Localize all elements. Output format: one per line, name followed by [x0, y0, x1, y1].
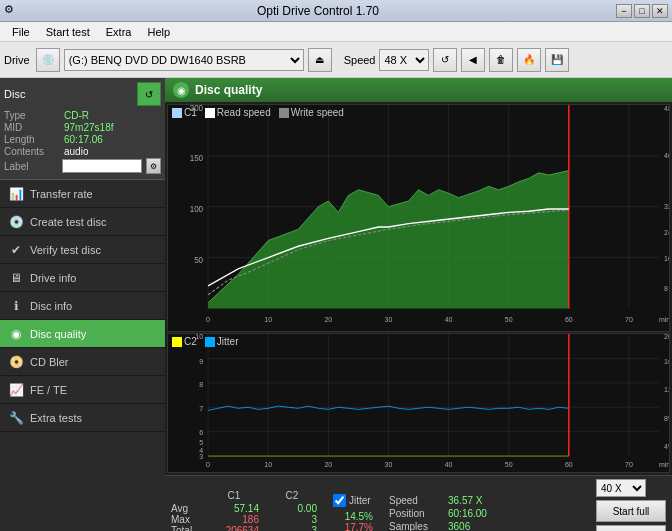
- svg-rect-33: [168, 334, 669, 472]
- svg-text:8 X: 8 X: [664, 284, 669, 294]
- svg-text:32 X: 32 X: [664, 202, 669, 212]
- total-c2: 3: [267, 525, 317, 531]
- sidebar-item-transfer-rate[interactable]: 📊 Transfer rate: [0, 180, 165, 208]
- speed-select[interactable]: 48 X: [379, 49, 429, 71]
- svg-text:0: 0: [206, 459, 210, 468]
- svg-text:20%: 20%: [664, 334, 669, 341]
- write-speed-legend-label: Write speed: [291, 107, 344, 118]
- c1-col-header: C1: [209, 490, 259, 501]
- close-button[interactable]: ✕: [652, 4, 668, 18]
- svg-text:7: 7: [199, 404, 203, 413]
- sidebar-item-label: Disc info: [30, 300, 72, 312]
- svg-text:4%: 4%: [664, 441, 669, 450]
- max-jitter: 17.7%: [333, 522, 373, 532]
- eject-button[interactable]: ⏏: [308, 48, 332, 72]
- drive-icon-button[interactable]: 💿: [36, 48, 60, 72]
- svg-text:8%: 8%: [664, 414, 669, 423]
- cd-bler-icon: 📀: [8, 354, 24, 370]
- max-label: Max: [171, 514, 201, 525]
- sidebar-item-disc-info[interactable]: ℹ Disc info: [0, 292, 165, 320]
- toolbar: Drive 💿 (G:) BENQ DVD DD DW1640 BSRB ⏏ S…: [0, 42, 672, 78]
- svg-text:6: 6: [199, 428, 203, 437]
- prev-button[interactable]: ◀: [461, 48, 485, 72]
- length-label: Length: [4, 134, 64, 145]
- svg-text:12%: 12%: [664, 385, 669, 394]
- app-title: Opti Drive Control 1.70: [20, 4, 616, 18]
- disc-header-label: Disc: [4, 88, 25, 100]
- svg-text:70: 70: [625, 315, 633, 325]
- menu-file[interactable]: File: [4, 24, 38, 40]
- contents-value: audio: [64, 146, 88, 157]
- sidebar-item-create-test-disc[interactable]: 💿 Create test disc: [0, 208, 165, 236]
- svg-text:20: 20: [324, 315, 332, 325]
- svg-text:10: 10: [264, 315, 272, 325]
- avg-c2: 0.00: [267, 503, 317, 514]
- title-bar: ⚙ Opti Drive Control 1.70 − □ ✕: [0, 0, 672, 22]
- chart-top-legend: C1 Read speed Write speed: [172, 107, 344, 118]
- read-speed-legend-box: [205, 108, 215, 118]
- svg-text:3: 3: [199, 452, 203, 461]
- minimize-button[interactable]: −: [616, 4, 632, 18]
- label-input[interactable]: [62, 159, 142, 173]
- sidebar-item-fe-te[interactable]: 📈 FE / TE: [0, 376, 165, 404]
- sidebar: Disc ↺ Type CD-R MID 97m27s18f Length 60…: [0, 78, 165, 531]
- label-label: Label: [4, 161, 58, 172]
- mid-value: 97m27s18f: [64, 122, 113, 133]
- erase-button[interactable]: 🗑: [489, 48, 513, 72]
- c2-legend-label: C2: [184, 336, 197, 347]
- svg-text:60: 60: [565, 315, 573, 325]
- drive-select[interactable]: (G:) BENQ DVD DD DW1640 BSRB: [64, 49, 304, 71]
- svg-text:50: 50: [194, 255, 203, 266]
- sidebar-item-label: Transfer rate: [30, 188, 93, 200]
- maximize-button[interactable]: □: [634, 4, 650, 18]
- menu-bar: File Start test Extra Help: [0, 22, 672, 42]
- type-label: Type: [4, 110, 64, 121]
- menu-help[interactable]: Help: [139, 24, 178, 40]
- sidebar-item-drive-info[interactable]: 🖥 Drive info: [0, 264, 165, 292]
- refresh-button[interactable]: ↺: [433, 48, 457, 72]
- total-label: Total: [171, 525, 201, 531]
- burn-button[interactable]: 🔥: [517, 48, 541, 72]
- jitter-label: Jitter: [349, 495, 371, 506]
- save-button[interactable]: 💾: [545, 48, 569, 72]
- svg-text:30: 30: [385, 315, 393, 325]
- menu-start-test[interactable]: Start test: [38, 24, 98, 40]
- svg-text:48 X: 48 X: [664, 105, 669, 113]
- stats-bar: C1 C2 Avg 57.14 0.00 Max 186 3 Total 206…: [165, 475, 672, 531]
- sidebar-item-disc-quality[interactable]: ◉ Disc quality: [0, 320, 165, 348]
- svg-text:min: min: [659, 459, 669, 468]
- length-value: 60:17.06: [64, 134, 103, 145]
- svg-text:8: 8: [199, 380, 203, 389]
- write-speed-legend-box: [279, 108, 289, 118]
- svg-text:150: 150: [190, 153, 204, 164]
- avg-c1: 57.14: [209, 503, 259, 514]
- verify-test-disc-icon: ✔: [8, 242, 24, 258]
- max-c2: 3: [267, 514, 317, 525]
- start-part-button[interactable]: Start part: [596, 525, 666, 531]
- speed-key: Speed: [389, 495, 444, 506]
- samples-key: Samples: [389, 521, 444, 532]
- svg-text:20: 20: [324, 459, 332, 468]
- disc-refresh-button[interactable]: ↺: [137, 82, 161, 106]
- svg-text:0: 0: [206, 315, 210, 325]
- jitter-legend-label: Jitter: [217, 336, 239, 347]
- disc-panel: Disc ↺ Type CD-R MID 97m27s18f Length 60…: [0, 78, 165, 180]
- sidebar-item-cd-bler[interactable]: 📀 CD Bler: [0, 348, 165, 376]
- disc-quality-icon: ◉: [8, 326, 24, 342]
- start-full-button[interactable]: Start full: [596, 500, 666, 522]
- avg-jitter: 14.5%: [333, 511, 373, 522]
- menu-extra[interactable]: Extra: [98, 24, 140, 40]
- svg-text:50: 50: [505, 459, 513, 468]
- jitter-checkbox[interactable]: [333, 494, 346, 507]
- svg-text:50: 50: [505, 315, 513, 325]
- svg-text:40: 40: [445, 459, 453, 468]
- disc-info-icon: ℹ: [8, 298, 24, 314]
- sidebar-item-extra-tests[interactable]: 🔧 Extra tests: [0, 404, 165, 432]
- speed-dropdown[interactable]: 40 X: [596, 479, 646, 497]
- fe-te-icon: 📈: [8, 382, 24, 398]
- svg-text:16 X: 16 X: [664, 254, 669, 264]
- sidebar-item-verify-test-disc[interactable]: ✔ Verify test disc: [0, 236, 165, 264]
- label-gear-button[interactable]: ⚙: [146, 158, 161, 174]
- position-value: 60:16.00: [448, 508, 487, 519]
- main-layout: Disc ↺ Type CD-R MID 97m27s18f Length 60…: [0, 78, 672, 531]
